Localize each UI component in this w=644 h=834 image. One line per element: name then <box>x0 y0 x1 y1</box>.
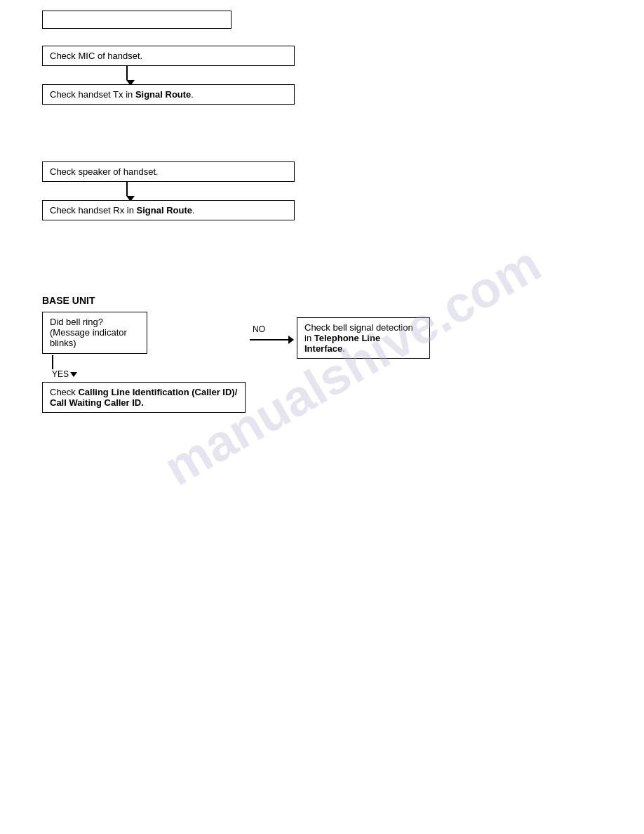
top-section <box>42 11 232 29</box>
arrow-mic-to-tx <box>42 66 295 86</box>
handset-rx-section: Check handset Rx in Signal Route. <box>42 200 295 220</box>
handset-rx-prefix: Check handset Rx in <box>50 205 137 216</box>
handset-rx-box: Check handset Rx in Signal Route. <box>42 200 295 220</box>
decision-line3: blinks) <box>50 338 140 348</box>
top-empty-box <box>42 11 232 29</box>
mic-section: Check MIC of handset. <box>42 46 295 86</box>
decision-line1: Did bell ring? <box>50 317 140 327</box>
caller-id-prefix: Check <box>50 387 78 397</box>
arrow-line <box>126 182 128 196</box>
base-unit-title: BASE UNIT <box>42 295 430 306</box>
handset-tx-suffix: . <box>191 89 194 100</box>
handset-tx-section: Check handset Tx in Signal Route. <box>42 84 295 105</box>
page-content: Check MIC of handset. Check handset Tx i… <box>0 0 644 834</box>
yes-label: YES <box>52 369 69 379</box>
handset-rx-bold: Signal Route <box>137 205 192 216</box>
mic-text: Check MIC of handset. <box>50 51 142 61</box>
base-unit-section: BASE UNIT Did bell ring? (Message indica… <box>42 295 430 413</box>
handset-tx-prefix: Check handset Tx in <box>50 89 135 100</box>
handset-tx-box: Check handset Tx in Signal Route. <box>42 84 295 105</box>
handset-rx-suffix: . <box>192 205 195 216</box>
decision-box: Did bell ring? (Message indicator blinks… <box>42 312 147 354</box>
handset-tx-bold: Signal Route <box>135 89 191 100</box>
speaker-text: Check speaker of handset. <box>50 166 159 177</box>
no-h-line <box>250 339 288 340</box>
speaker-box: Check speaker of handset. <box>42 161 295 182</box>
arrow-line <box>126 66 128 80</box>
yes-v-line <box>52 355 53 369</box>
yes-arrow-head <box>70 372 77 377</box>
caller-id-box: Check Calling Line Identification (Calle… <box>42 382 246 413</box>
decision-line2: (Message indicator <box>50 327 140 338</box>
arrow-speaker-to-rx <box>42 182 295 201</box>
no-arrow-head <box>288 336 294 344</box>
mic-box: Check MIC of handset. <box>42 46 295 66</box>
caller-id-bold2: Call Waiting Caller ID. <box>50 397 144 408</box>
no-label: NO <box>253 324 265 334</box>
check-bell-box: Check bell signal detection in Telephone… <box>297 317 430 359</box>
check-bell-suffix: . <box>342 343 345 354</box>
speaker-section: Check speaker of handset. <box>42 161 295 201</box>
caller-id-bold1: Calling Line Identification (Caller ID)/ <box>78 387 237 397</box>
